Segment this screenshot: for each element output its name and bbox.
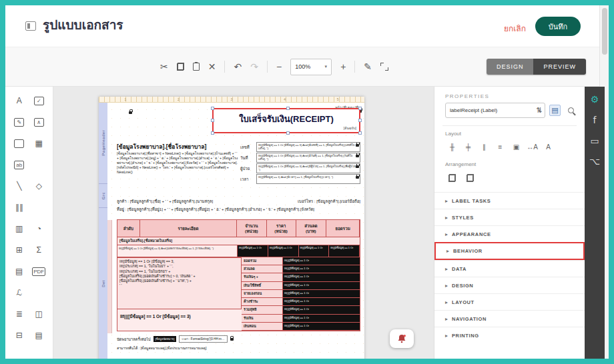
selection-handle[interactable] xyxy=(286,107,290,110)
selection-handle[interactable] xyxy=(358,131,362,135)
info-row[interactable]: เลขที่ IIf(([มีข้อมูล] == 1 Or [มีข้อมูล… xyxy=(240,142,360,152)
section-styles[interactable]: ▸ STYLES xyxy=(434,209,585,225)
section-layout[interactable]: ▸ LAYOUT xyxy=(434,293,585,310)
sort-icon[interactable]: ⇅ xyxy=(533,105,545,116)
selection-handle[interactable] xyxy=(211,119,214,122)
align-vertical-icon[interactable]: ╪ xyxy=(461,140,475,154)
summary-row[interactable]: ค้างชำระ IIf((([มีข้อมูล] == 1 Or xyxy=(242,298,360,306)
hospital-info-field[interactable]: [ข้อมูลโรงพยาบาล].[ชื่อโรงพยาบาล] [ข้อมู… xyxy=(117,143,238,175)
address-line-field[interactable]: ที่อยู่ : [ข้อมูลลูกค้า].[ที่อยู่1] + ' … xyxy=(117,206,360,213)
settings-icon[interactable]: ⚙ xyxy=(591,95,599,104)
tool-grid[interactable]: ⊟ xyxy=(9,327,29,344)
footer-time-field[interactable]: เวลา : FormatString('{0:HH:m… xyxy=(179,335,227,343)
function-icon[interactable]: f xyxy=(593,115,597,125)
tool-rectangle[interactable] xyxy=(9,135,29,152)
section-design[interactable]: ▸ DESIGN xyxy=(434,277,585,293)
info-row[interactable]: วันที่ IIf(([มีข้อมูล] == 1 Or [มีข้อมูล… xyxy=(240,153,360,163)
tool-chart[interactable]: ▥ xyxy=(9,220,29,237)
bring-forward-icon[interactable] xyxy=(445,171,459,185)
detail-expression-cell[interactable]: IIf(([มีข้อมูล] == 1 Or [มีข้อมูล] == 3)… xyxy=(117,245,238,257)
summary-row[interactable]: เงินทอน IIf((([มีข้อมูล] == 1 Or xyxy=(242,323,360,331)
scrollbar-thumb[interactable] xyxy=(602,8,607,55)
tool-spacer-3[interactable] xyxy=(29,284,49,301)
detail-block-field[interactable]: IIf([มีข้อมูล] == 1 Or [มีข้อมูล] == 3, … xyxy=(117,257,242,309)
band-det[interactable]: Det xyxy=(99,208,107,359)
customer-line-field[interactable]: ลูกค้า : [ข้อมูลลูกค้า].[ชื่อ] + ' ' + [… xyxy=(117,198,360,205)
footer-appointment-field[interactable]: [ข้อมูลนัดหมาย] xyxy=(154,336,177,342)
section-appearance[interactable]: ▸ APPEARANCE xyxy=(434,225,585,242)
selection-handle[interactable] xyxy=(358,107,362,110)
zoom-select[interactable]: 100% ▾ xyxy=(290,59,332,75)
tool-checkbox[interactable]: ✓ xyxy=(29,92,49,109)
info-row[interactable]: เวลา IIf(([มีข้อมูล] == 1) And [มีเวลา] … xyxy=(240,174,360,184)
label-receipt-field[interactable]: ใบเสร็จรับเงิน(RECEIPT) [ต้นฉบับ] xyxy=(212,108,360,133)
center-icon[interactable]: ≡ xyxy=(493,140,507,154)
delete-icon[interactable]: ✕ xyxy=(208,62,216,71)
expression-cell[interactable]: IIf(([มีข้อมูล] == 1 Or xyxy=(329,245,360,257)
validate-icon[interactable]: ✎ xyxy=(364,62,372,71)
selection-handle[interactable] xyxy=(286,131,290,135)
group-row[interactable]: [ข้อมูลใบเสร็จ].[ชื่อหมวดใบเสร็จ] xyxy=(117,237,360,245)
fit-icon[interactable]: ▣ xyxy=(509,140,523,154)
summary-row[interactable]: รวมสุทธิ IIf((([มีข้อมูล] == 1 Or xyxy=(242,306,360,314)
band-pageheader[interactable]: PageHeader xyxy=(99,103,107,184)
total-expression-field[interactable]: IIf((([มีข้อมูล] == 1 Or [มีข้อมูล] == 3… xyxy=(120,313,191,320)
table-header-cell[interactable]: รายละเอียด xyxy=(140,220,237,237)
tool-sum[interactable]: Σ xyxy=(29,241,49,259)
cancel-button[interactable]: ยกเลิก xyxy=(504,22,526,35)
tool-pdf[interactable]: PDF xyxy=(29,263,49,280)
section-behavior[interactable]: ▸ BEHAVIOR xyxy=(434,242,585,260)
tool-clipboard[interactable]: ▤ xyxy=(9,263,29,280)
notification-button[interactable] xyxy=(390,329,414,348)
expression-cell[interactable]: IIf(([มีข้อมูล] == 1 Or xyxy=(268,245,299,257)
category-view-icon[interactable]: ▤ xyxy=(549,105,561,116)
copy-icon[interactable] xyxy=(177,63,184,71)
paste-icon[interactable] xyxy=(193,63,200,71)
tool-gauge[interactable]: ◔ xyxy=(29,220,49,237)
table-header-cell[interactable]: จำนวน (หน่วย) xyxy=(237,220,267,237)
tool-print[interactable]: ▤ xyxy=(29,327,49,344)
tool-spacer-2[interactable] xyxy=(29,199,49,216)
report-page[interactable]: 12345 PageHeaderGrcDet หน้า (ที่) ของ (ท… xyxy=(99,97,364,359)
sitemap-icon[interactable]: ⌥ xyxy=(589,157,600,166)
band-grc[interactable]: Grc xyxy=(99,184,107,208)
section-data[interactable]: ▸ DATA xyxy=(434,260,585,277)
summary-row[interactable]: รับเงินๆ + IIf((([มีข้อมูล] == 1 Or xyxy=(242,273,360,281)
table-header-cell[interactable]: ลำดับ xyxy=(117,220,140,237)
section-printing[interactable]: ▸ PRINTING xyxy=(434,327,585,343)
preview-tab[interactable]: PREVIEW xyxy=(533,59,586,75)
info-row[interactable]: ผู้ป่วย IIf(([มีข้อมูล] == 1 Or [มีข้อมู… xyxy=(240,163,360,173)
summary-row[interactable]: จ่ายเองก่อน IIf((([มีข้อมูล] == 1 Or xyxy=(242,290,360,298)
section-label-tasks[interactable]: ▸ LABEL TASKS xyxy=(434,192,585,209)
tool-line[interactable]: ╲ xyxy=(9,177,29,195)
tool-list[interactable]: ≣ xyxy=(9,305,29,323)
selection-handle[interactable] xyxy=(211,107,214,110)
summary-row[interactable]: ส่วนลด IIf((([มีข้อมูล] == 1 Or xyxy=(242,265,360,273)
tool-spacer-1[interactable] xyxy=(29,156,49,173)
selection-handle[interactable] xyxy=(358,119,362,122)
undo-icon[interactable]: ↶ xyxy=(234,62,242,71)
tool-frame[interactable]: ⊞ xyxy=(9,241,29,259)
expression-cell[interactable]: IIf(([มีข้อมูล] == 1 Or xyxy=(299,245,330,257)
summary-row[interactable]: ยอดรวม IIf((([มีข้อมูล] == 1 Or xyxy=(242,257,360,265)
table-header-cell[interactable]: ส่วนลด (บาท) xyxy=(296,220,327,237)
tool-table[interactable]: ▦ xyxy=(29,135,49,152)
align-horizontal-icon[interactable]: ╫ xyxy=(445,140,459,154)
search-icon[interactable] xyxy=(565,105,577,116)
card-icon[interactable]: ▭ xyxy=(590,136,599,145)
selection-handle[interactable] xyxy=(211,131,214,135)
items-table[interactable]: ลำดับรายละเอียดจำนวน (หน่วย)ราคา (หน่วย)… xyxy=(117,219,360,331)
summary-row[interactable]: เงิน/ใช้สิทธิ์ IIf((([มีข้อมูล] == 1 Or xyxy=(242,282,360,290)
section-navigation[interactable]: ▸ NAVIGATION xyxy=(434,310,585,327)
tool-textbox[interactable]: ab xyxy=(9,156,29,173)
tool-richtext[interactable]: ✎ xyxy=(9,113,29,131)
summary-row[interactable]: รับเงิน IIf((([มีข้อมูล] == 1 Or xyxy=(242,315,360,323)
redo-icon[interactable]: ↷ xyxy=(250,62,258,71)
tool-shape[interactable]: ◇ xyxy=(29,177,49,195)
expression-cell[interactable]: IIf(([มีข้อมูล] == 1 Or xyxy=(238,245,268,257)
element-selector[interactable]: labelReceipt (Label) ▾ xyxy=(445,103,545,118)
zoom-in-icon[interactable]: + xyxy=(340,62,346,71)
footer-note-field[interactable]: สามารถคืนได้ : [ข้อมูลหมายเหตุ].[ข้อประม… xyxy=(117,345,360,351)
tool-text[interactable]: A xyxy=(9,92,29,109)
save-button[interactable]: บันทึก xyxy=(535,17,581,36)
